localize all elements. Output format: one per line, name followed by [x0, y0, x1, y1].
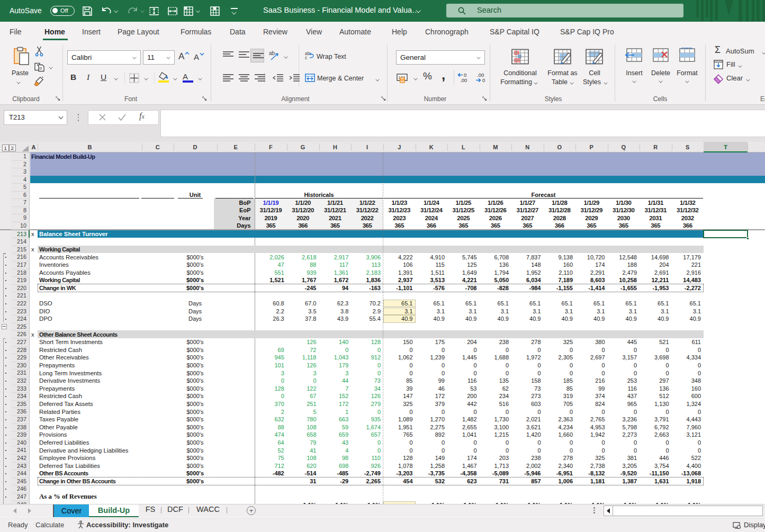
svg-text:0: 0	[482, 77, 485, 83]
svg-text:.00: .00	[460, 77, 467, 83]
svg-text:ab: ab	[269, 50, 275, 56]
